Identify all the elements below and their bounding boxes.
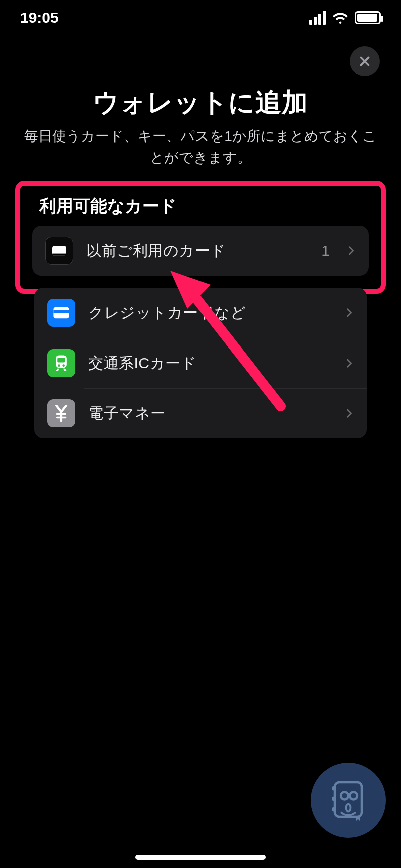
chevron-right-icon [345, 359, 354, 368]
svg-point-10 [62, 364, 65, 367]
previous-cards-row[interactable]: 以前ご利用のカード 1 [32, 226, 369, 276]
transit-icon [47, 349, 75, 377]
watermark-badge [311, 763, 386, 838]
wifi-icon [332, 11, 349, 24]
chevron-right-icon [345, 308, 354, 317]
watermark-icon [326, 778, 371, 823]
svg-point-17 [332, 786, 336, 791]
svg-point-21 [350, 792, 357, 800]
transit-card-label: 交通系ICカード [88, 353, 332, 374]
close-icon [358, 55, 371, 68]
home-indicator [135, 855, 266, 860]
svg-rect-4 [52, 252, 66, 254]
cellular-icon [309, 11, 326, 25]
emoney-label: 電子マネー [88, 403, 332, 424]
previous-cards-label: 以前ご利用のカード [86, 241, 308, 261]
status-time: 19:05 [20, 9, 59, 26]
credit-card-label: クレジットカードなど [88, 303, 332, 323]
page-subtitle: 毎日使うカード、キー、パスを1か所にまとめておくことができます。 [20, 125, 381, 169]
previous-cards-count: 1 [321, 242, 330, 259]
available-cards-section: 利用可能なカード 以前ご利用のカード 1 [15, 181, 386, 294]
transit-card-row[interactable]: 交通系ICカード [34, 338, 367, 388]
svg-point-22 [346, 804, 351, 812]
available-cards-header: 利用可能なカード [25, 195, 376, 226]
svg-point-18 [332, 797, 336, 801]
yen-icon [47, 399, 75, 427]
status-right [309, 11, 381, 25]
status-bar: 19:05 [0, 0, 401, 35]
wallet-icon [45, 237, 73, 265]
chevron-right-icon [345, 409, 354, 418]
battery-icon [355, 11, 381, 24]
svg-point-9 [58, 364, 60, 367]
available-cards-list: 以前ご利用のカード 1 [32, 226, 369, 276]
svg-rect-8 [57, 358, 65, 362]
credit-card-icon [47, 299, 75, 327]
svg-rect-6 [53, 310, 69, 313]
svg-point-19 [332, 807, 336, 812]
svg-point-20 [341, 792, 348, 800]
chevron-right-icon [347, 246, 356, 255]
close-button[interactable] [350, 46, 380, 76]
card-types-section: クレジットカードなど 交通系ICカード 電子マネー [27, 288, 374, 438]
card-types-list: クレジットカードなど 交通系ICカード 電子マネー [34, 288, 367, 438]
credit-card-row[interactable]: クレジットカードなど [34, 288, 367, 338]
page-title: ウォレットに追加 [0, 85, 401, 120]
emoney-row[interactable]: 電子マネー [34, 388, 367, 438]
